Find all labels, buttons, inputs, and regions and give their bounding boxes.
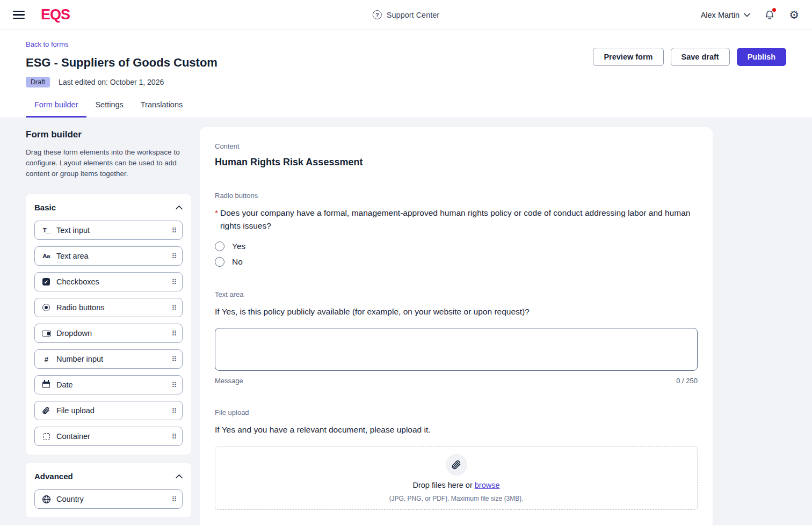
support-center-label: Support Center	[387, 11, 439, 19]
radio-option-yes[interactable]: Yes	[215, 241, 698, 251]
publish-button[interactable]: Publish	[737, 48, 786, 66]
basic-section-title: Basic	[34, 203, 56, 212]
drag-handle-icon[interactable]: ⠿	[171, 227, 177, 234]
file-upload-block: File upload If Yes and you have a releva…	[215, 408, 698, 510]
palette-item-container[interactable]: Container ⠿	[34, 427, 183, 446]
sidebar-description: Drag these form elements into the worksp…	[26, 147, 191, 179]
file-dropzone[interactable]: Drop files here or browse {JPG, PNG, or …	[215, 447, 698, 510]
basic-section-toggle[interactable]: Basic	[34, 203, 183, 212]
status-badge: Draft	[26, 77, 50, 87]
palette-item-dropdown[interactable]: Dropdown ⠿	[34, 324, 183, 343]
drag-handle-icon[interactable]: ⠿	[171, 304, 177, 311]
page-header: Back to forms ESG - Suppliers of Goods C…	[0, 30, 812, 118]
chevron-down-icon	[744, 13, 750, 17]
advanced-section-title: Advanced	[34, 472, 73, 481]
notifications-button[interactable]	[764, 10, 775, 20]
drag-handle-icon[interactable]: ⠿	[171, 382, 177, 389]
palette-item-checkboxes[interactable]: ✓ Checkboxes ⠿	[34, 272, 183, 291]
settings-gear-icon[interactable]: ⚙	[789, 9, 799, 20]
text-input-icon: T_	[43, 227, 49, 233]
upload-hint: {JPG, PNG, or PDF}. Maximum file size {3…	[389, 495, 523, 502]
tab-bar: Form builder Settings Translations	[26, 100, 786, 118]
palette-item-radio-buttons[interactable]: Radio buttons ⠿	[34, 298, 183, 317]
radio-option-no[interactable]: No	[215, 257, 698, 267]
palette-item-text-area[interactable]: Aa Text area ⠿	[34, 246, 183, 266]
text-area-block: Text area If Yes, is this policy publicl…	[215, 290, 698, 385]
chevron-up-icon	[176, 206, 183, 210]
palette-item-country[interactable]: Country ⠿	[34, 489, 183, 509]
content-block: Content Human Rights Risk Assessment	[215, 142, 698, 168]
drag-handle-icon[interactable]: ⠿	[171, 279, 177, 286]
user-menu[interactable]: Alex Martin	[701, 11, 751, 19]
radio-buttons-block: Radio buttons * Does your company have a…	[215, 192, 698, 267]
palette-item-date[interactable]: Date ⠿	[34, 375, 183, 394]
form-workspace-card: Content Human Rights Risk Assessment Rad…	[200, 127, 713, 527]
block-type-label: Content	[215, 142, 698, 150]
advanced-section-toggle[interactable]: Advanced	[34, 472, 183, 481]
message-textarea[interactable]	[215, 328, 698, 371]
content-area: Form builder Drag these form elements in…	[0, 118, 812, 525]
calendar-icon	[42, 382, 50, 388]
required-marker: *	[215, 207, 218, 219]
dropdown-icon	[42, 331, 51, 336]
browse-link[interactable]: browse	[475, 481, 500, 489]
eqs-logo[interactable]: EQS	[41, 6, 70, 23]
user-name: Alex Martin	[701, 11, 740, 19]
block-type-label: Text area	[215, 290, 698, 298]
drag-handle-icon[interactable]: ⠿	[171, 330, 177, 337]
paperclip-icon	[42, 406, 50, 415]
content-block-title: Human Rights Risk Assessment	[215, 157, 698, 168]
last-edited-text: Last edited on: October 1, 2026	[59, 78, 164, 86]
hamburger-menu-icon[interactable]	[13, 11, 25, 19]
palette-item-text-input[interactable]: T_ Text input ⠿	[34, 221, 183, 240]
radio-input[interactable]	[215, 241, 224, 251]
save-draft-button[interactable]: Save draft	[671, 48, 730, 66]
radio-icon	[42, 304, 50, 311]
tab-settings[interactable]: Settings	[86, 100, 132, 118]
basic-elements-card: Basic T_ Text input ⠿ Aa Text area ⠿ ✓ C…	[26, 194, 191, 455]
help-icon: ?	[373, 10, 382, 19]
palette-item-number-input[interactable]: # Number input ⠿	[34, 349, 183, 369]
globe-icon	[42, 495, 51, 504]
back-to-forms-link[interactable]: Back to forms	[26, 40, 218, 48]
page-title: ESG - Suppliers of Goods Custom	[26, 56, 218, 70]
topbar: EQS ? Support Center Alex Martin ⚙	[0, 0, 812, 30]
upload-question: If Yes and you have a relevant document,…	[215, 423, 698, 436]
tab-translations[interactable]: Translations	[132, 100, 191, 118]
palette-item-file-upload[interactable]: File upload ⠿	[34, 401, 183, 420]
notification-dot	[772, 8, 776, 12]
tab-form-builder[interactable]: Form builder	[26, 100, 86, 118]
char-counter: 0 / 250	[676, 377, 698, 385]
block-type-label: Radio buttons	[215, 192, 698, 200]
advanced-elements-card: Advanced Country ⠿	[26, 463, 191, 517]
preview-form-button[interactable]: Preview form	[593, 48, 663, 66]
container-icon	[43, 433, 50, 440]
drop-files-text: Drop files here or	[413, 481, 473, 489]
text-area-icon: Aa	[42, 253, 50, 259]
sidebar-title: Form builder	[26, 127, 191, 140]
textarea-helper-label: Message	[215, 377, 243, 385]
drag-handle-icon[interactable]: ⠿	[171, 253, 177, 260]
hash-icon: #	[45, 355, 48, 363]
block-type-label: File upload	[215, 408, 698, 416]
drag-handle-icon[interactable]: ⠿	[171, 407, 177, 414]
radio-question: * Does your company have a formal, manag…	[215, 207, 698, 232]
paperclip-icon	[451, 459, 462, 470]
drag-handle-icon[interactable]: ⠿	[171, 496, 177, 503]
form-elements-sidebar: Form builder Drag these form elements in…	[26, 127, 191, 525]
drag-handle-icon[interactable]: ⠿	[171, 433, 177, 440]
support-center-button[interactable]: ? Support Center	[373, 10, 439, 19]
paperclip-badge	[446, 454, 467, 475]
radio-input[interactable]	[215, 257, 224, 267]
chevron-up-icon	[176, 474, 183, 479]
textarea-question: If Yes, is this policy publicly availabl…	[215, 305, 698, 318]
checkbox-icon: ✓	[42, 278, 50, 286]
drag-handle-icon[interactable]: ⠿	[171, 356, 177, 363]
